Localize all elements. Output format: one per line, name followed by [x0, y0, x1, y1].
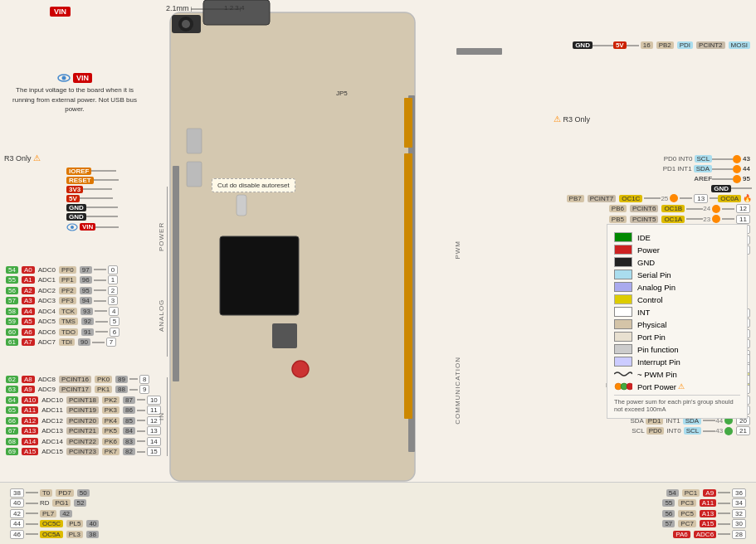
legend-gnd: GND	[637, 258, 655, 267]
svg-point-3	[178, 17, 193, 32]
legend-interrupt: Interrupt Pin	[637, 357, 680, 367]
right-top-area: GND 5V 16 PB2 PDI PCINT2 MOSI	[453, 41, 752, 52]
legend: IDE Power GND Serial Pin Analog Pin Cont…	[607, 224, 748, 419]
svg-rect-16	[404, 98, 412, 148]
svg-rect-9	[187, 162, 202, 187]
vin-top-label: VIN	[50, 7, 71, 16]
svg-rect-12	[408, 95, 415, 452]
legend-physical: Physical	[637, 320, 666, 329]
legend-pin-function: Pin function	[637, 345, 679, 354]
legend-analog: Analog Pin	[637, 283, 676, 292]
svg-point-93	[627, 383, 632, 390]
vin-description-area: VIN The input voltage to the board when …	[4, 73, 145, 114]
legend-port-power: Port Power	[637, 382, 676, 391]
svg-rect-5	[272, 323, 297, 348]
svg-rect-2	[172, 15, 201, 33]
analog-8-15-section: 62A8ADC8PCINT16PK0898 63A9ADC9PCINT17PK1…	[4, 373, 174, 458]
svg-point-22	[62, 76, 66, 80]
in-section-label: IN	[158, 377, 168, 456]
svg-rect-0	[170, 12, 415, 481]
comm-section-label: COMMUNICATION	[454, 357, 461, 425]
svg-rect-7	[220, 236, 299, 315]
r3-only-right: ⚠ R3 Only	[552, 114, 590, 124]
svg-point-30	[71, 226, 74, 229]
svg-point-4	[182, 20, 190, 28]
main-content: 1 2 3 4 JP5 2.1mm VIN VIN The input volt…	[0, 0, 756, 544]
legend-int: INT	[637, 308, 650, 317]
svg-rect-10	[237, 195, 246, 216]
r3-only-left: R3 Only ⚠	[4, 153, 42, 163]
legend-control: Control	[637, 295, 663, 304]
svg-point-6	[292, 361, 309, 377]
analog-0-7-section: 54A0ADC0PF0970 55A1ADC1PF1961 56A2ADC2PF…	[4, 264, 174, 348]
legend-serial: Serial Pin	[637, 270, 671, 279]
cut-autoreset-label: Cut do disable autoreset	[212, 178, 295, 192]
analog-section-label: ANALOG	[158, 274, 168, 357]
dimension-label: 2.1mm	[166, 4, 241, 13]
svg-rect-17	[404, 153, 412, 419]
legend-ide: IDE	[637, 233, 651, 242]
power-note: The power sum for each pin's group shoul…	[614, 395, 740, 413]
legend-port-pin: Port Pin	[637, 333, 666, 342]
bottom-section: 38T0PD750 40RDPG152 42PL742 44OC5CPL540 …	[0, 482, 756, 544]
pwm-label: PWM	[454, 240, 461, 260]
svg-text:JP5: JP5	[336, 90, 348, 97]
svg-rect-8	[187, 129, 202, 153]
legend-power: Power	[637, 245, 660, 255]
legend-pwm: ~ PWM Pin	[637, 370, 677, 379]
